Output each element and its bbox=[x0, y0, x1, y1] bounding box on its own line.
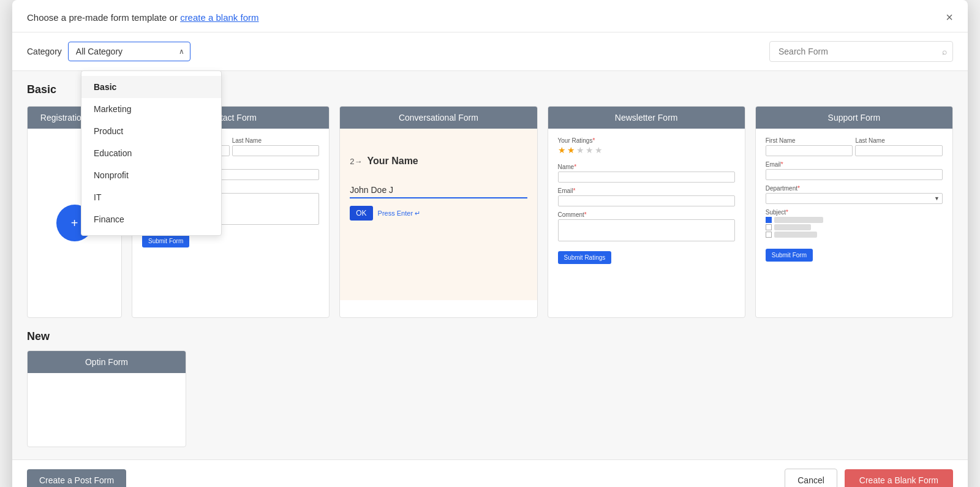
modal-footer: Create a Post Form Cancel Create a Blank… bbox=[12, 459, 968, 487]
category-dropdown: Basic Marketing Product Education Nonpro… bbox=[81, 70, 222, 236]
conv-ok-row: OK Press Enter ↵ bbox=[350, 206, 527, 221]
dropdown-item-it[interactable]: IT bbox=[81, 186, 221, 208]
support-check-3 bbox=[766, 232, 943, 238]
support-check-1 bbox=[766, 217, 943, 223]
star-2: ★ bbox=[567, 145, 575, 155]
support-department-select: ▼ bbox=[766, 193, 943, 204]
modal-header: Choose a pre-made form template or creat… bbox=[12, 0, 968, 32]
close-button[interactable]: × bbox=[946, 11, 953, 23]
dropdown-item-marketing[interactable]: Marketing bbox=[81, 98, 221, 120]
create-blank-form-button[interactable]: Create a Blank Form bbox=[845, 469, 953, 487]
card-header-conversational: Conversational Form bbox=[340, 107, 537, 129]
dropdown-item-finance[interactable]: Finance bbox=[81, 208, 221, 230]
cancel-button[interactable]: Cancel bbox=[785, 469, 837, 487]
form-card-optin[interactable]: Optin Form bbox=[27, 350, 186, 447]
star-1: ★ bbox=[558, 145, 566, 155]
footer-right: Cancel Create a Blank Form bbox=[785, 469, 953, 487]
conv-ok-btn[interactable]: OK bbox=[350, 206, 372, 221]
contact-submit-btn[interactable]: Submit Form bbox=[142, 235, 189, 247]
dropdown-item-nonprofit[interactable]: Nonprofit bbox=[81, 164, 221, 186]
support-department-group: Department* ▼ bbox=[766, 185, 943, 204]
support-check-line-1 bbox=[774, 217, 823, 223]
star-5: ★ bbox=[595, 145, 603, 155]
section-new-title: New bbox=[27, 330, 953, 343]
form-card-conversational[interactable]: Conversational Form 2→ Your Name John Do… bbox=[339, 106, 537, 318]
newsletter-ratings-group: Your Ratings* ★ ★ ★ ★ ★ bbox=[558, 137, 735, 159]
card-header-support: Support Form bbox=[756, 107, 952, 129]
newsletter-comment-label: Comment* bbox=[558, 211, 735, 218]
conv-question: Your Name bbox=[367, 156, 418, 167]
stars-row: ★ ★ ★ ★ ★ bbox=[558, 145, 735, 155]
support-email-input bbox=[766, 169, 943, 180]
category-label: Category bbox=[27, 47, 62, 56]
category-group: Category All Category Basic Marketing Pr… bbox=[27, 42, 190, 61]
newsletter-name-group: Name* bbox=[558, 164, 735, 183]
support-email-group: Email* bbox=[766, 161, 943, 180]
support-subject-label: Subject* bbox=[766, 209, 943, 216]
card-body-newsletter: Your Ratings* ★ ★ ★ ★ ★ Name* bbox=[548, 129, 745, 300]
contact-lastname-label: Last Name bbox=[232, 137, 320, 144]
support-email-label: Email* bbox=[766, 161, 943, 168]
star-4: ★ bbox=[586, 145, 594, 155]
newsletter-comment-group: Comment* bbox=[558, 211, 735, 241]
search-wrapper: ⌕ bbox=[769, 41, 953, 62]
conv-step-indicator: 2→ bbox=[350, 157, 362, 166]
support-lastname-input bbox=[855, 145, 943, 156]
support-checkbox-1 bbox=[766, 217, 772, 223]
newsletter-email-group: Email* bbox=[558, 187, 735, 206]
dropdown-item-education[interactable]: Education bbox=[81, 142, 221, 164]
form-card-support[interactable]: Support Form First Name Last Name Em bbox=[755, 106, 953, 318]
card-header-optin: Optin Form bbox=[28, 351, 186, 373]
create-blank-link[interactable]: create a blank form bbox=[180, 12, 258, 23]
card-body-optin bbox=[28, 373, 186, 447]
conv-answer: John Doe J bbox=[350, 185, 527, 198]
support-subject-group: Subject* bbox=[766, 209, 943, 239]
support-submit-btn[interactable]: Submit Form bbox=[766, 249, 813, 262]
search-icon: ⌕ bbox=[942, 47, 947, 56]
support-firstname-label: First Name bbox=[766, 137, 853, 144]
support-department-label: Department* bbox=[766, 185, 943, 192]
forms-grid-new: Optin Form bbox=[27, 350, 953, 447]
modal-container: Choose a pre-made form template or creat… bbox=[12, 0, 968, 487]
support-check-line-3 bbox=[774, 232, 817, 238]
newsletter-submit-btn[interactable]: Submit Ratings bbox=[558, 251, 612, 264]
filter-bar: Category All Category Basic Marketing Pr… bbox=[12, 32, 968, 71]
card-header-newsletter: Newsletter Form bbox=[548, 107, 745, 129]
support-firstname-input bbox=[766, 145, 853, 156]
newsletter-comment-input bbox=[558, 219, 735, 241]
category-select-wrapper: All Category Basic Marketing Product Edu… bbox=[68, 42, 190, 61]
support-checkbox-3 bbox=[766, 232, 772, 238]
search-input[interactable] bbox=[769, 41, 953, 62]
newsletter-email-input bbox=[558, 195, 735, 206]
form-card-newsletter[interactable]: Newsletter Form Your Ratings* ★ ★ ★ ★ ★ bbox=[548, 106, 745, 318]
support-lastname-label: Last Name bbox=[855, 137, 943, 144]
support-check-2 bbox=[766, 224, 943, 230]
newsletter-name-input bbox=[558, 172, 735, 183]
support-checkbox-2 bbox=[766, 224, 772, 230]
conv-enter-hint: Press Enter ↵ bbox=[378, 210, 421, 217]
newsletter-ratings-label: Your Ratings* bbox=[558, 137, 735, 144]
header-static-text: Choose a pre-made form template or bbox=[27, 12, 178, 23]
newsletter-name-label: Name* bbox=[558, 164, 735, 170]
category-select[interactable]: All Category Basic Marketing Product Edu… bbox=[68, 42, 190, 61]
support-check-line-2 bbox=[774, 224, 811, 230]
dropdown-item-product[interactable]: Product bbox=[81, 120, 221, 142]
card-body-conversational: 2→ Your Name John Doe J OK Press Enter ↵ bbox=[340, 129, 537, 300]
dropdown-item-basic[interactable]: Basic bbox=[81, 76, 221, 98]
conv-step: 2→ Your Name bbox=[350, 156, 527, 167]
newsletter-email-label: Email* bbox=[558, 187, 735, 194]
star-3: ★ bbox=[576, 145, 584, 155]
header-text: Choose a pre-made form template or creat… bbox=[27, 12, 259, 23]
support-name-row: First Name Last Name bbox=[766, 137, 943, 156]
card-body-support: First Name Last Name Email* Departme bbox=[756, 129, 952, 300]
contact-lastname-input bbox=[232, 145, 320, 156]
create-post-form-button[interactable]: Create a Post Form bbox=[27, 469, 126, 487]
